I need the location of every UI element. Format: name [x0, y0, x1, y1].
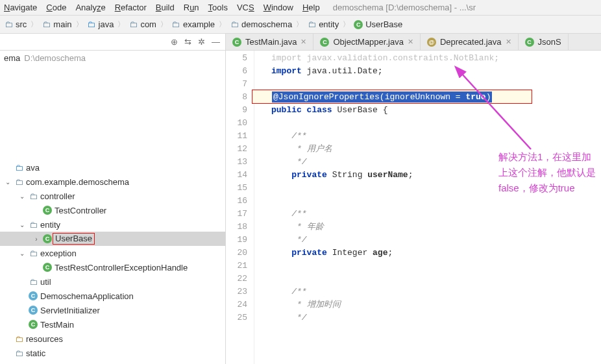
- project-path: D:\demoschema: [24, 53, 86, 63]
- chevron-right-icon: 〉: [76, 19, 83, 29]
- tab-label: ObjectMapper.java: [333, 37, 403, 47]
- tree-item-testmain[interactable]: ›CTestMain: [0, 317, 225, 332]
- code-area[interactable]: import javax.validation.constraints.NotB…: [254, 51, 601, 364]
- code-line-7[interactable]: [271, 78, 601, 91]
- tree-label: TestRestControllerExceptionHandle: [55, 263, 188, 273]
- breadcrumb-label: demoschema: [241, 19, 292, 29]
- menu-code[interactable]: Code: [46, 3, 66, 12]
- menu-vcs[interactable]: VCS: [237, 3, 254, 12]
- breadcrumb-userbase[interactable]: CUserBase: [354, 19, 402, 29]
- line-number: 14: [226, 169, 247, 182]
- chevron-down-icon[interactable]: ⌄: [18, 221, 26, 228]
- folder-icon: 🗀: [14, 177, 23, 186]
- breadcrumb-label: entity: [319, 19, 339, 29]
- menu-analyze[interactable]: Analyze: [75, 3, 105, 12]
- tab-deprecated-java[interactable]: @Deprecated.java✕: [421, 34, 519, 50]
- code-line-22[interactable]: [271, 273, 601, 285]
- code-line-11[interactable]: /**: [271, 130, 601, 143]
- tree-item-com-example-demoschema[interactable]: ⌄🗀com.example.demoschema: [0, 175, 225, 189]
- menu-tools[interactable]: Tools: [208, 3, 228, 12]
- code-line-10[interactable]: [271, 117, 601, 130]
- chevron-right-icon[interactable]: ›: [32, 236, 40, 243]
- collapse-icon[interactable]: ⇆: [184, 37, 191, 47]
- menu-build[interactable]: Build: [156, 3, 175, 12]
- menu-window[interactable]: Window: [264, 3, 293, 12]
- close-icon[interactable]: ✕: [300, 38, 306, 46]
- code-line-20[interactable]: private Integer age;: [271, 247, 601, 260]
- tree-item-static[interactable]: ›🗀static: [0, 346, 225, 360]
- line-number: 17: [226, 208, 247, 221]
- project-panel: ⊕ ⇆ ✲ — ema D:\demoschema ›🗀ava⌄🗀com.exa…: [0, 34, 226, 364]
- class-icon: C: [354, 20, 363, 29]
- menu-navigate[interactable]: Navigate: [4, 3, 37, 12]
- class-icon: C: [29, 291, 38, 300]
- tree-label: controller: [40, 191, 75, 201]
- target-icon[interactable]: ⊕: [171, 37, 178, 47]
- code-line-19[interactable]: */: [271, 234, 601, 247]
- tree-item-entity[interactable]: ⌄🗀entity: [0, 217, 225, 232]
- line-number: 24: [226, 298, 247, 311]
- tree-label: TestMain: [40, 320, 74, 330]
- tree-item-userbase[interactable]: ›CUserBase: [0, 232, 225, 246]
- highlighted-annotation-line[interactable]: @JsonIgnoreProperties(ignoreUnknown = tr…: [252, 90, 532, 104]
- breadcrumb-entity[interactable]: 🗀entity: [307, 19, 339, 29]
- close-icon[interactable]: ✕: [506, 38, 511, 46]
- folder-icon: 🗀: [230, 20, 239, 29]
- code-line-16[interactable]: [271, 195, 601, 208]
- code-line-5[interactable]: import javax.validation.constraints.NotB…: [271, 52, 601, 65]
- tree-item-demoschemaapplication[interactable]: ›CDemoschemaApplication: [0, 289, 225, 303]
- tab-objectmapper-java[interactable]: CObjectMapper.java✕: [313, 34, 420, 50]
- chevron-down-icon[interactable]: ⌄: [4, 178, 12, 186]
- line-number: 19: [226, 234, 247, 247]
- tree-item-resources[interactable]: ›🗀resources: [0, 332, 225, 346]
- tree-label: UserBase: [53, 233, 95, 245]
- tree-label: entity: [40, 220, 60, 230]
- class-icon: C: [525, 38, 534, 47]
- breadcrumb-com[interactable]: 🗀com: [129, 19, 156, 29]
- breadcrumb-java[interactable]: 🗀java: [87, 19, 114, 29]
- editor-tabs: CTestMain.java✕CObjectMapper.java✕@Depre…: [226, 34, 601, 51]
- menu-help[interactable]: Help: [302, 3, 320, 12]
- breadcrumb-demoschema[interactable]: 🗀demoschema: [230, 19, 292, 29]
- chevron-down-icon[interactable]: ⌄: [18, 193, 26, 200]
- breadcrumb: 🗀src〉🗀main〉🗀java〉🗀com〉🗀example〉🗀demosche…: [0, 16, 601, 34]
- code-line-18[interactable]: * 年龄: [271, 221, 601, 234]
- tab-label: Deprecated.java: [440, 37, 502, 47]
- folder-icon: 🗀: [14, 348, 23, 358]
- chevron-down-icon[interactable]: ⌄: [18, 250, 26, 257]
- class-icon: C: [29, 320, 38, 329]
- annotation-text: 解决方法1，在这里加上这个注解，他默认是false，修改为true: [498, 149, 598, 196]
- tree-item-testrestcontrollerexceptionhandle[interactable]: ›CTestRestControllerExceptionHandle: [0, 260, 225, 274]
- menu-refactor[interactable]: Refactor: [115, 3, 147, 12]
- tab-jsons[interactable]: CJsonS: [519, 34, 569, 50]
- breadcrumb-src[interactable]: 🗀src: [4, 19, 27, 29]
- tree-item-ava[interactable]: ›🗀ava: [0, 160, 225, 175]
- tree-item-controller[interactable]: ⌄🗀controller: [0, 189, 225, 203]
- code-line-24[interactable]: * 增加时间: [271, 298, 601, 311]
- tree-item-testcontroller[interactable]: ›CTestController: [0, 203, 225, 217]
- breadcrumb-example[interactable]: 🗀example: [171, 19, 215, 29]
- settings-icon[interactable]: ✲: [198, 37, 205, 47]
- code-line-17[interactable]: /**: [271, 208, 601, 221]
- code-line-9[interactable]: public class UserBase {: [271, 104, 601, 117]
- tab-label: JsonS: [538, 37, 561, 47]
- code-line-21[interactable]: [271, 260, 601, 273]
- tab-testmain-java[interactable]: CTestMain.java✕: [226, 34, 313, 50]
- tree-item-util[interactable]: ›🗀util: [0, 274, 225, 289]
- menu-run[interactable]: Run: [184, 3, 199, 12]
- close-icon[interactable]: ✕: [408, 38, 413, 46]
- class-icon: C: [29, 306, 38, 315]
- project-tree[interactable]: ›🗀ava⌄🗀com.example.demoschema⌄🗀controlle…: [0, 158, 225, 364]
- tree-item-servletinitializer[interactable]: ›CServletInitializer: [0, 303, 225, 317]
- code-line-23[interactable]: /**: [271, 285, 601, 298]
- code-line-25[interactable]: */: [271, 311, 601, 324]
- editor-area: CTestMain.java✕CObjectMapper.java✕@Depre…: [226, 34, 601, 364]
- tree-item-exception[interactable]: ⌄🗀exception: [0, 246, 225, 260]
- breadcrumb-label: src: [16, 19, 27, 29]
- breadcrumb-label: UserBase: [365, 19, 402, 29]
- chevron-right-icon: 〉: [343, 19, 350, 29]
- code-line-6[interactable]: import java.util.Date;: [271, 65, 601, 78]
- editor-body[interactable]: 5678910111213141516171819202122232425 im…: [226, 51, 601, 364]
- breadcrumb-main[interactable]: 🗀main: [42, 19, 71, 29]
- hide-icon[interactable]: —: [212, 37, 220, 47]
